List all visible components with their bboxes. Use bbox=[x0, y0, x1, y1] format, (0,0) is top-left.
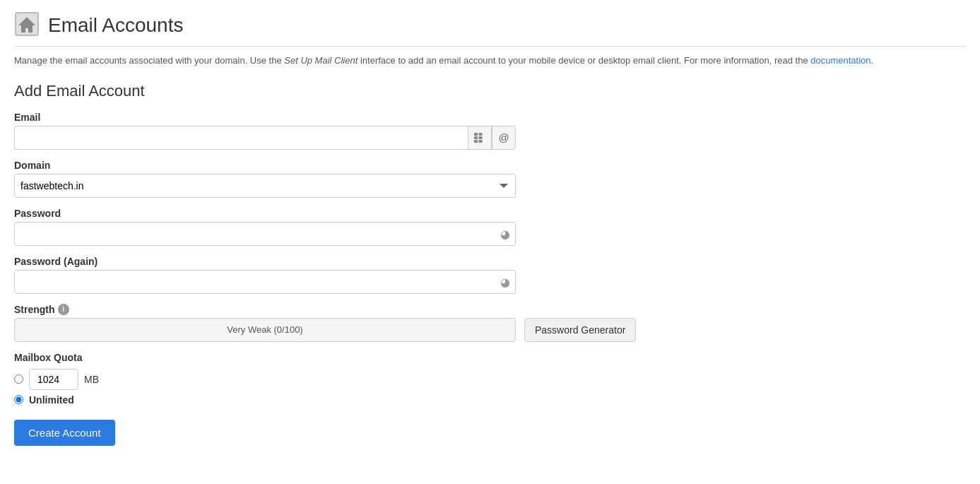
password-input[interactable] bbox=[14, 222, 516, 246]
password-eye-icon[interactable]: ◕ bbox=[500, 227, 510, 240]
password-again-wrapper: ◕ bbox=[14, 270, 516, 294]
strength-label-row: Strength i bbox=[14, 304, 966, 315]
page-header: Email Accounts bbox=[14, 11, 966, 47]
email-input-wrapper: @ bbox=[14, 126, 516, 150]
section-title: Add Email Account bbox=[14, 82, 966, 100]
quota-input[interactable] bbox=[29, 369, 78, 390]
strength-bar-row: Very Weak (0/100) Password Generator bbox=[14, 318, 966, 342]
domain-label: Domain bbox=[14, 160, 966, 171]
svg-rect-5 bbox=[479, 136, 483, 139]
documentation-link[interactable]: documentation bbox=[810, 55, 870, 66]
quota-unlimited-radio[interactable] bbox=[14, 395, 23, 404]
svg-rect-6 bbox=[474, 140, 478, 143]
mailbox-quota-label: Mailbox Quota bbox=[14, 352, 966, 363]
password-again-field-group: Password (Again) ◕ bbox=[14, 256, 966, 294]
svg-rect-7 bbox=[479, 140, 483, 143]
house-icon bbox=[14, 11, 40, 39]
domain-select[interactable]: fastwebtech.in bbox=[14, 174, 516, 198]
quota-mb-row: MB bbox=[14, 369, 966, 390]
quota-limited-radio[interactable] bbox=[14, 374, 23, 384]
svg-rect-4 bbox=[474, 136, 478, 139]
email-input[interactable] bbox=[14, 126, 468, 150]
strength-bar: Very Weak (0/100) bbox=[14, 318, 516, 342]
password-again-eye-icon[interactable]: ◕ bbox=[500, 275, 510, 288]
strength-bar-text: Very Weak (0/100) bbox=[227, 324, 302, 335]
page-description: Manage the email accounts associated wit… bbox=[14, 54, 966, 68]
strength-info-icon[interactable]: i bbox=[58, 304, 69, 315]
password-field-group: Password ◕ bbox=[14, 208, 966, 246]
unlimited-label: Unlimited bbox=[29, 394, 74, 406]
svg-rect-2 bbox=[474, 133, 478, 136]
email-label: Email bbox=[14, 112, 966, 123]
password-wrapper: ◕ bbox=[14, 222, 516, 246]
page-title: Email Accounts bbox=[48, 14, 183, 37]
domain-field-group: Domain fastwebtech.in bbox=[14, 160, 966, 198]
svg-rect-3 bbox=[479, 133, 483, 136]
password-again-label: Password (Again) bbox=[14, 256, 966, 267]
mb-unit-label: MB bbox=[84, 374, 99, 385]
password-again-input[interactable] bbox=[14, 270, 516, 294]
email-field-group: Email @ bbox=[14, 112, 966, 150]
password-generator-button[interactable]: Password Generator bbox=[524, 318, 636, 342]
create-account-button[interactable]: Create Account bbox=[14, 420, 115, 446]
email-at-button[interactable]: @ bbox=[492, 126, 516, 150]
strength-group: Strength i Very Weak (0/100) Password Ge… bbox=[14, 304, 966, 342]
quota-unlimited-row: Unlimited bbox=[14, 394, 966, 406]
mailbox-quota-section: Mailbox Quota MB Unlimited bbox=[14, 352, 966, 406]
email-grid-icon-button[interactable] bbox=[468, 126, 492, 150]
password-label: Password bbox=[14, 208, 966, 219]
